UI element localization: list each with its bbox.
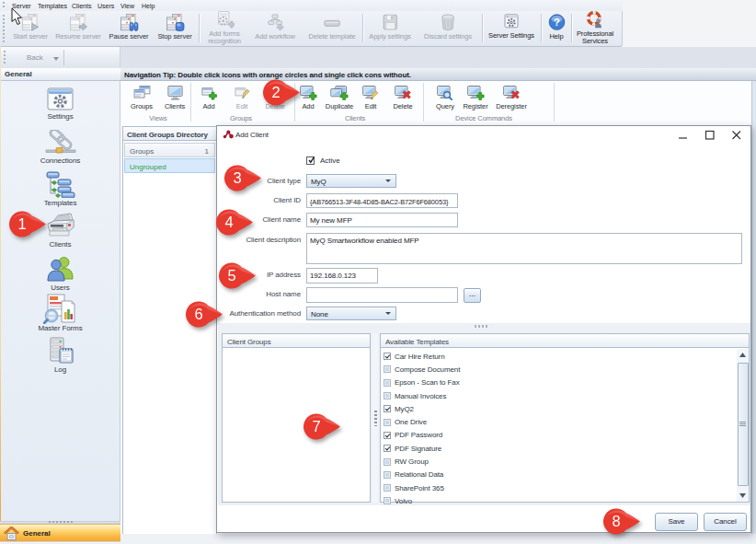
svg-text:?: ? [554, 17, 560, 28]
